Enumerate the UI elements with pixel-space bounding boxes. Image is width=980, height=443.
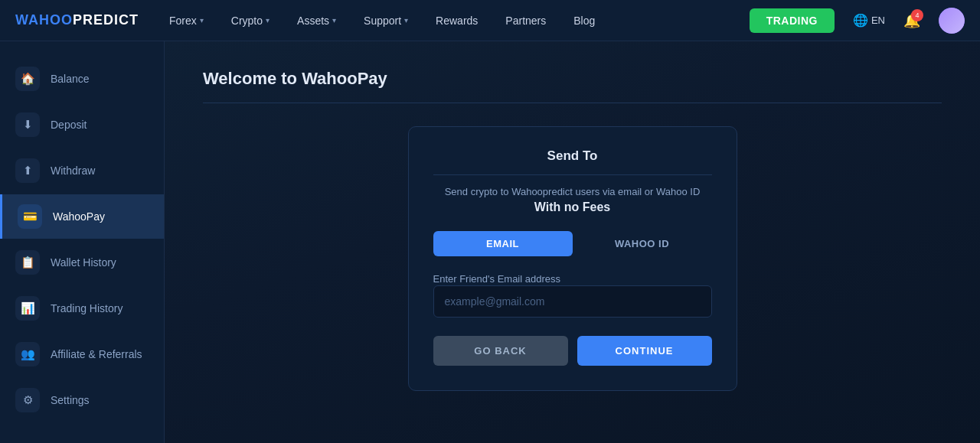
wallet-history-icon: 📋 bbox=[15, 250, 40, 275]
top-nav: WAHOOPREDICT Forex ▾ Crypto ▾ Assets ▾ S… bbox=[0, 0, 980, 41]
withdraw-icon: ⬆ bbox=[15, 158, 40, 183]
affiliate-icon: 👥 bbox=[15, 342, 40, 366]
card-description: Send crypto to Wahoopredict users via em… bbox=[433, 186, 712, 197]
sidebar-label: Wallet History bbox=[51, 256, 116, 269]
sidebar-item-balance[interactable]: 🏠 Balance bbox=[0, 57, 164, 101]
sidebar-item-wallet-history[interactable]: 📋 Wallet History bbox=[0, 240, 164, 285]
settings-icon: ⚙ bbox=[15, 388, 40, 412]
nav-rewards[interactable]: Rewards bbox=[431, 11, 482, 30]
sidebar-item-deposit[interactable]: ⬇ Deposit bbox=[0, 103, 164, 147]
nav-crypto[interactable]: Crypto ▾ bbox=[227, 11, 274, 30]
chevron-down-icon: ▾ bbox=[332, 16, 336, 24]
tab-email[interactable]: EMAIL bbox=[433, 231, 573, 256]
nav-support[interactable]: Support ▾ bbox=[359, 11, 413, 30]
deposit-icon: ⬇ bbox=[15, 112, 40, 137]
trading-button[interactable]: TRADING bbox=[750, 8, 835, 33]
page-title: Welcome to WahooPay bbox=[203, 69, 942, 89]
nav-assets[interactable]: Assets ▾ bbox=[292, 11, 341, 30]
sidebar-item-wahoopay[interactable]: 💳 WahooPay bbox=[0, 194, 164, 239]
sidebar-item-withdraw[interactable]: ⬆ Withdraw bbox=[0, 148, 164, 193]
globe-icon: 🌐 bbox=[853, 13, 868, 28]
nav-blog[interactable]: Blog bbox=[569, 11, 599, 30]
sidebar-label: Deposit bbox=[51, 119, 87, 131]
trading-history-icon: 📊 bbox=[15, 296, 40, 321]
sidebar-label: WahooPay bbox=[53, 210, 105, 223]
chevron-down-icon: ▾ bbox=[404, 16, 408, 24]
divider bbox=[203, 103, 942, 103]
main-content: Welcome to WahooPay Send To Send crypto … bbox=[165, 41, 980, 443]
sidebar: 🏠 Balance ⬇ Deposit ⬆ Withdraw 💳 WahooPa… bbox=[0, 41, 165, 443]
tab-wahoo-id[interactable]: WAHOO ID bbox=[573, 231, 712, 256]
sidebar-item-settings[interactable]: ⚙ Settings bbox=[0, 378, 164, 422]
notification-badge: 4 bbox=[911, 9, 923, 21]
chevron-down-icon: ▾ bbox=[266, 16, 270, 24]
nav-partners[interactable]: Partners bbox=[501, 11, 550, 30]
action-buttons: GO BACK CONTINUE bbox=[433, 336, 712, 366]
email-field-label: Enter Friend's Email address bbox=[433, 273, 561, 285]
avatar-image bbox=[939, 8, 965, 34]
main-layout: 🏠 Balance ⬇ Deposit ⬆ Withdraw 💳 WahooPa… bbox=[0, 41, 980, 443]
nav-forex[interactable]: Forex ▾ bbox=[165, 11, 208, 30]
sidebar-item-trading-history[interactable]: 📊 Trading History bbox=[0, 286, 164, 331]
sidebar-label: Settings bbox=[51, 394, 90, 406]
chevron-down-icon: ▾ bbox=[200, 16, 204, 24]
email-input[interactable] bbox=[433, 285, 712, 318]
card-subtitle: With no Fees bbox=[433, 200, 712, 214]
sidebar-item-affiliate[interactable]: 👥 Affiliate & Referrals bbox=[0, 332, 164, 376]
send-to-card: Send To Send crypto to Wahoopredict user… bbox=[408, 126, 737, 391]
sidebar-label: Affiliate & Referrals bbox=[51, 348, 142, 360]
home-icon: 🏠 bbox=[15, 67, 40, 91]
sidebar-label: Trading History bbox=[51, 302, 122, 314]
sidebar-label: Balance bbox=[51, 73, 90, 85]
go-back-button[interactable]: GO BACK bbox=[433, 336, 568, 366]
card-title: Send To bbox=[433, 148, 712, 175]
continue-button[interactable]: CONTINUE bbox=[577, 336, 712, 366]
notification-button[interactable]: 🔔 4 bbox=[903, 12, 920, 29]
language-selector[interactable]: 🌐 EN bbox=[853, 13, 885, 28]
avatar[interactable] bbox=[939, 8, 965, 34]
tab-row: EMAIL WAHOO ID bbox=[433, 231, 712, 256]
wahoopay-icon: 💳 bbox=[18, 204, 42, 229]
sidebar-label: Withdraw bbox=[51, 164, 95, 177]
brand-logo[interactable]: WAHOOPREDICT bbox=[15, 12, 139, 28]
